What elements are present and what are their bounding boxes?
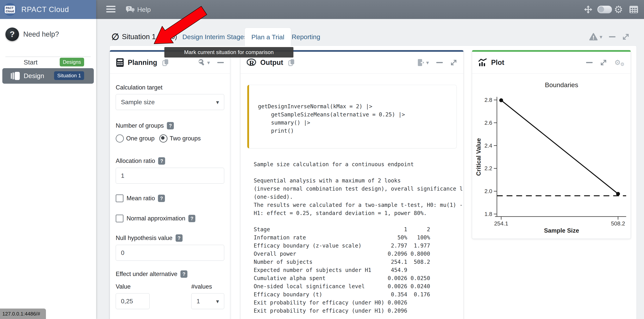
- sidebar-item-design[interactable]: Design Situation 1: [2, 68, 94, 84]
- help-badge-icon[interactable]: ?: [176, 234, 182, 242]
- nvalues-select[interactable]: 1 ▾: [191, 293, 224, 309]
- null-hypothesis-label: Null hypothesis value ?: [116, 234, 224, 242]
- mean-ratio-row: Mean ratio ?: [116, 194, 224, 202]
- output-panel: R Output ▾: [240, 50, 464, 319]
- effect-under-alternative-label: Effect under alternative ?: [116, 270, 224, 278]
- expand-icon[interactable]: [450, 59, 457, 66]
- svg-text:Boundaries: Boundaries: [545, 81, 578, 88]
- radio-label: One group: [126, 135, 155, 142]
- need-help-label: Need help?: [23, 30, 59, 38]
- svg-text:Sample Size: Sample Size: [544, 227, 579, 234]
- svg-text:2.2: 2.2: [484, 165, 492, 171]
- boundaries-chart: Boundaries1.82.02.22.42.62.8254.1508.2Sa…: [472, 75, 631, 236]
- app-title: RPACT Cloud: [21, 5, 69, 14]
- situation-badge: Situation 1: [54, 71, 84, 80]
- dark-mode-toggle[interactable]: [597, 0, 612, 19]
- checkbox-label: Normal approximation: [126, 215, 185, 222]
- help-badge-icon[interactable]: ?: [188, 215, 195, 222]
- help-badge-icon[interactable]: ?: [167, 122, 174, 129]
- chart-line-icon: [478, 58, 487, 67]
- sidebar-toggle-hamburger-icon[interactable]: [106, 6, 116, 13]
- copy-icon[interactable]: [288, 58, 295, 67]
- r-code[interactable]: getDesignInverseNormal(kMax = 2) |> getS…: [249, 85, 456, 135]
- help-badge-icon[interactable]: ?: [158, 195, 165, 202]
- empty-set-icon: ∅: [112, 31, 119, 42]
- help-badge-icon[interactable]: ?: [158, 157, 165, 165]
- allocation-ratio-label: Allocation ratio ?: [116, 157, 224, 165]
- wrench-icon: [199, 59, 206, 66]
- expand-icon[interactable]: [600, 59, 607, 66]
- collapse-minus-icon[interactable]: [609, 36, 616, 37]
- chat-question-glyph: ?: [128, 6, 130, 11]
- sidebar-item-label: Design: [24, 72, 44, 80]
- nvalues-label: #values: [191, 283, 224, 290]
- brand-header: PACT Cloud RPACT Cloud: [0, 0, 96, 19]
- fullscreen-arrows-icon[interactable]: [584, 0, 593, 19]
- plot-panel: Plot ⚙⚙ Boundaries1.82.02.22.42.62.8254.…: [472, 50, 631, 239]
- output-body: getDesignInverseNormal(kMax = 2) |> getS…: [240, 85, 464, 315]
- mean-ratio-checkbox[interactable]: [116, 194, 124, 202]
- tab-plan-a-trial[interactable]: Plan a Trial: [244, 28, 291, 46]
- collapse-minus-icon[interactable]: [217, 62, 224, 63]
- svg-text:508.2: 508.2: [611, 220, 625, 227]
- radio-label: Two groups: [170, 135, 201, 142]
- status-url: 127.0.0.1:4486/#: [0, 309, 46, 319]
- chevron-down-icon: ▾: [216, 298, 219, 305]
- effect-value-input[interactable]: 0,25: [116, 293, 150, 309]
- rpact-cloud-app: ? Help ⚙: [0, 0, 644, 319]
- r-code-card: getDesignInverseNormal(kMax = 2) |> getS…: [247, 85, 456, 148]
- normal-approximation-checkbox[interactable]: [116, 215, 124, 222]
- collapse-minus-icon[interactable]: [436, 62, 443, 63]
- caret-down-icon: ▾: [426, 59, 429, 66]
- panel-title: Output: [260, 58, 283, 67]
- sidebar-item-label: Start: [24, 58, 38, 66]
- expand-icon[interactable]: [622, 33, 630, 40]
- svg-text:254.1: 254.1: [494, 220, 508, 227]
- collapse-minus-icon[interactable]: [586, 62, 593, 63]
- plot-header: Plot ⚙⚙: [472, 52, 631, 74]
- r-output-text: Sample size calculation for a continuous…: [254, 160, 463, 315]
- grid-table-icon[interactable]: [629, 0, 638, 19]
- calculation-target-select[interactable]: Sample size ▾: [116, 94, 224, 110]
- panel-title: Plot: [491, 58, 504, 67]
- panel-title: Planning: [128, 58, 157, 67]
- radio-two-groups[interactable]: [159, 134, 168, 143]
- warning-triangle-icon: [589, 33, 598, 41]
- plot-settings-gears-icon[interactable]: ⚙⚙: [614, 58, 624, 67]
- caret-down-icon: ▾: [600, 34, 602, 40]
- annotation-arrow: [136, 5, 217, 52]
- groups-radio-group: One group Two groups: [116, 134, 224, 143]
- svg-text:1.8: 1.8: [484, 211, 492, 217]
- rpact-logo: PACT Cloud: [4, 3, 16, 16]
- export-menu[interactable]: ▾: [417, 59, 429, 66]
- copy-icon[interactable]: [162, 58, 169, 67]
- null-hypothesis-input[interactable]: 0: [116, 245, 224, 261]
- tabrow-controls: ▾: [589, 28, 630, 46]
- r-logo-icon: R: [247, 58, 256, 67]
- tab-reporting[interactable]: Reporting: [292, 28, 320, 46]
- checkbox-label: Mean ratio: [126, 195, 155, 202]
- question-circle-icon: ?: [6, 27, 19, 41]
- caret-down-icon: ▾: [207, 59, 210, 66]
- svg-text:R: R: [249, 59, 254, 67]
- planning-form: Calculation target Sample size ▾ Number …: [110, 84, 230, 319]
- svg-text:2.0: 2.0: [484, 188, 492, 194]
- number-of-groups-label: Number of groups ?: [116, 122, 224, 129]
- svg-text:Critical Value: Critical Value: [475, 138, 482, 176]
- planning-panel: Planning ▾ Calculation target Samp: [110, 50, 230, 319]
- radio-one-group[interactable]: [116, 134, 124, 143]
- value-label: Value: [116, 283, 150, 290]
- need-help-item[interactable]: ? Need help?: [0, 26, 96, 49]
- svg-text:2.4: 2.4: [484, 143, 492, 149]
- sidebar-item-start[interactable]: Start Designs: [2, 55, 94, 70]
- warnings-dropdown[interactable]: ▾: [589, 33, 602, 41]
- calculation-target-label: Calculation target: [116, 84, 224, 91]
- help-badge-icon[interactable]: ?: [180, 270, 188, 278]
- tools-wrench-menu[interactable]: ▾: [199, 59, 210, 66]
- svg-text:2.8: 2.8: [484, 97, 492, 103]
- allocation-ratio-input[interactable]: 1: [116, 168, 224, 184]
- calculator-icon: [116, 58, 124, 67]
- designs-badge: Designs: [60, 58, 84, 66]
- svg-text:2.6: 2.6: [484, 120, 492, 126]
- settings-gear-icon[interactable]: ⚙: [614, 0, 623, 19]
